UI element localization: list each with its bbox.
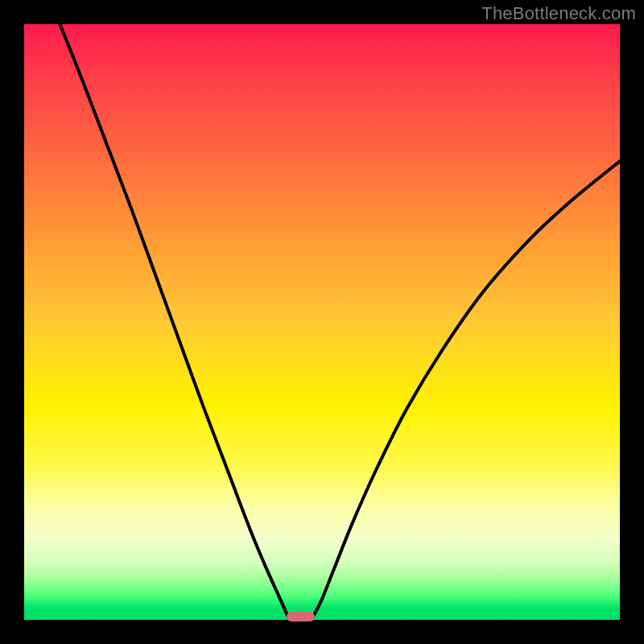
curve-right-branch: [313, 161, 620, 617]
chart-frame: TheBottleneck.com: [0, 0, 644, 644]
bottleneck-marker: [287, 612, 315, 621]
watermark-text: TheBottleneck.com: [481, 3, 636, 24]
plot-area: [24, 24, 620, 620]
bottleneck-curve: [24, 24, 620, 620]
curve-left-branch: [60, 24, 287, 617]
